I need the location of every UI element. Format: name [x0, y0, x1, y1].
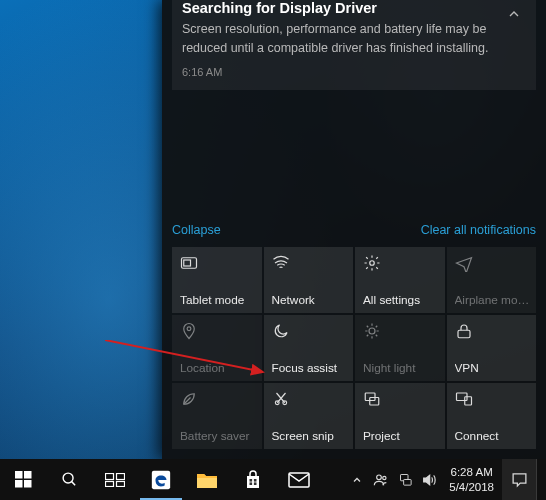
svg-rect-16 — [24, 480, 32, 488]
store-app-button[interactable] — [230, 459, 276, 500]
quick-action-location[interactable]: Location — [172, 315, 262, 381]
svg-point-29 — [377, 475, 382, 480]
tablet-icon — [180, 254, 198, 272]
svg-rect-24 — [250, 479, 253, 482]
tile-label: Battery saver — [180, 429, 256, 443]
action-center-button[interactable] — [502, 459, 536, 500]
clock-time: 6:28 AM — [449, 465, 494, 479]
svg-rect-14 — [24, 471, 32, 479]
tile-label: Night light — [363, 361, 439, 375]
explorer-app-button[interactable] — [184, 459, 230, 500]
svg-rect-22 — [117, 481, 125, 486]
notification-icon — [511, 471, 528, 488]
tile-label: Focus assist — [272, 361, 348, 375]
network-tray-icon — [398, 472, 413, 487]
airplane-icon — [455, 254, 473, 272]
action-center-links: Collapse Clear all notifications — [172, 223, 536, 237]
svg-rect-13 — [15, 471, 23, 479]
mail-app-button[interactable] — [276, 459, 322, 500]
moon-icon — [272, 322, 290, 340]
store-icon — [243, 470, 263, 490]
tile-label: Network — [272, 293, 348, 307]
notification-body: Screen resolution, performance and batte… — [182, 20, 526, 58]
search-button[interactable] — [46, 459, 92, 500]
taskbar-right: 6:28 AM 5/4/2018 — [345, 459, 546, 500]
taskbar-left — [0, 459, 322, 500]
search-icon — [61, 471, 78, 488]
action-center-panel: Searching for Display Driver Screen reso… — [162, 0, 546, 459]
notification-card[interactable]: Searching for Display Driver Screen reso… — [172, 0, 536, 90]
tray-network-button[interactable] — [393, 459, 417, 500]
quick-action-network[interactable]: Network — [264, 247, 354, 313]
connect-icon — [455, 390, 473, 408]
svg-rect-15 — [15, 480, 23, 488]
tile-label: Project — [363, 429, 439, 443]
quick-action-snip[interactable]: Screen snip — [264, 383, 354, 449]
folder-icon — [196, 471, 218, 489]
chevron-up-icon — [351, 474, 363, 486]
svg-point-2 — [370, 261, 375, 266]
gear-icon — [363, 254, 381, 272]
task-view-icon — [105, 473, 125, 487]
quick-action-sun[interactable]: Night light — [355, 315, 445, 381]
svg-rect-32 — [403, 480, 411, 486]
svg-line-18 — [71, 482, 75, 486]
svg-rect-28 — [289, 473, 309, 487]
leaf-icon — [180, 390, 198, 408]
sun-icon — [363, 322, 381, 340]
svg-rect-21 — [106, 481, 114, 486]
notification-time: 6:16 AM — [182, 66, 526, 78]
vpn-icon — [455, 322, 473, 340]
quick-action-tablet[interactable]: Tablet mode — [172, 247, 262, 313]
svg-point-17 — [63, 473, 73, 483]
network-icon — [272, 254, 290, 272]
task-view-button[interactable] — [92, 459, 138, 500]
location-icon — [180, 322, 198, 340]
tray-volume-button[interactable] — [417, 459, 441, 500]
notification-title: Searching for Display Driver — [182, 0, 526, 16]
collapse-link[interactable]: Collapse — [172, 223, 221, 237]
quick-action-project[interactable]: Project — [355, 383, 445, 449]
quick-action-airplane[interactable]: Airplane mode — [447, 247, 537, 313]
svg-point-4 — [369, 328, 375, 334]
svg-rect-25 — [254, 479, 257, 482]
tile-label: Airplane mode — [455, 293, 531, 307]
quick-action-moon[interactable]: Focus assist — [264, 315, 354, 381]
svg-rect-9 — [370, 398, 379, 406]
show-desktop-button[interactable] — [536, 459, 542, 500]
tile-label: Screen snip — [272, 429, 348, 443]
people-icon — [373, 472, 389, 488]
tile-label: VPN — [455, 361, 531, 375]
mail-icon — [288, 472, 310, 488]
taskbar-clock[interactable]: 6:28 AM 5/4/2018 — [441, 465, 502, 494]
windows-logo-icon — [15, 471, 32, 488]
clock-date: 5/4/2018 — [449, 480, 494, 494]
svg-rect-26 — [250, 482, 253, 485]
quick-actions-grid: Tablet modeNetworkAll settingsAirplane m… — [172, 247, 536, 449]
svg-rect-27 — [254, 482, 257, 485]
quick-action-vpn[interactable]: VPN — [447, 315, 537, 381]
snip-icon — [272, 390, 290, 408]
tile-label: Location — [180, 361, 256, 375]
svg-rect-1 — [184, 260, 191, 266]
start-button[interactable] — [0, 459, 46, 500]
svg-point-3 — [187, 327, 191, 331]
taskbar: 6:28 AM 5/4/2018 — [0, 459, 546, 500]
project-icon — [363, 390, 381, 408]
quick-action-leaf[interactable]: Battery saver — [172, 383, 262, 449]
tile-label: All settings — [363, 293, 439, 307]
volume-icon — [421, 472, 437, 488]
collapse-notification-button[interactable] — [506, 6, 528, 28]
svg-rect-19 — [106, 473, 114, 479]
tile-label: Connect — [455, 429, 531, 443]
tray-overflow-button[interactable] — [345, 459, 369, 500]
tile-label: Tablet mode — [180, 293, 256, 307]
people-button[interactable] — [369, 459, 393, 500]
quick-action-connect[interactable]: Connect — [447, 383, 537, 449]
edge-app-button[interactable] — [138, 459, 184, 500]
clear-all-link[interactable]: Clear all notifications — [421, 223, 536, 237]
edge-icon — [150, 469, 172, 491]
quick-action-gear[interactable]: All settings — [355, 247, 445, 313]
svg-rect-20 — [117, 473, 125, 479]
svg-rect-5 — [458, 330, 470, 338]
